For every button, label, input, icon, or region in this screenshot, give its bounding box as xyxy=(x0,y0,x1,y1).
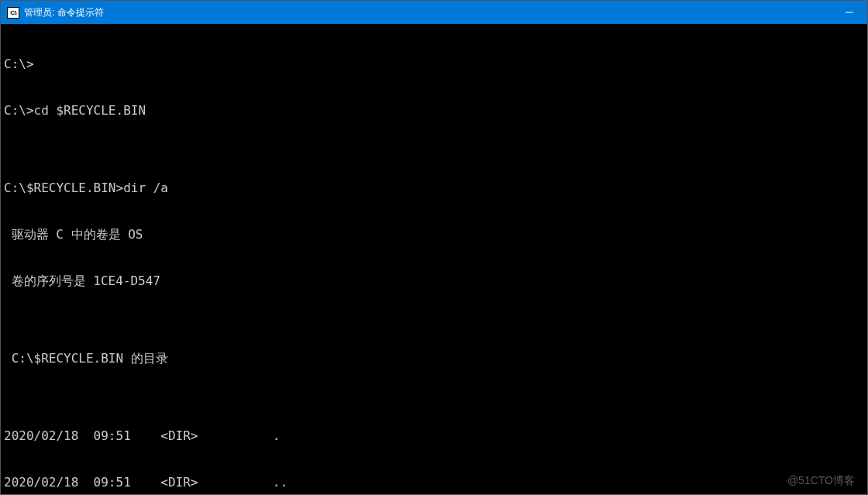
window-title: 管理员: 命令提示符 xyxy=(24,6,104,19)
terminal-line: C:\> xyxy=(4,57,864,72)
minimize-icon xyxy=(846,9,853,16)
titlebar-left: C:\ 管理员: 命令提示符 xyxy=(1,6,104,19)
cmd-icon: C:\ xyxy=(7,7,19,19)
terminal-line: C:\>cd $RECYCLE.BIN xyxy=(4,103,864,119)
terminal-line: 2020/02/18 09:51 <DIR> .. xyxy=(4,475,864,490)
terminal-line: 卷的序列号是 1CE4-D547 xyxy=(4,273,864,289)
command-prompt-window: C:\ 管理员: 命令提示符 C:\> C:\>cd $RECYCLE.BIN … xyxy=(0,0,868,495)
titlebar-controls xyxy=(832,1,867,24)
terminal-line: 驱动器 C 中的卷是 OS xyxy=(4,227,864,242)
minimize-button[interactable] xyxy=(832,1,867,24)
terminal-line: 2020/02/18 09:51 <DIR> . xyxy=(4,428,864,444)
terminal-line: C:\$RECYCLE.BIN 的目录 xyxy=(4,351,864,366)
titlebar[interactable]: C:\ 管理员: 命令提示符 xyxy=(1,1,867,24)
terminal-area[interactable]: C:\> C:\>cd $RECYCLE.BIN C:\$RECYCLE.BIN… xyxy=(1,24,867,494)
terminal-line: C:\$RECYCLE.BIN>dir /a xyxy=(4,180,864,196)
